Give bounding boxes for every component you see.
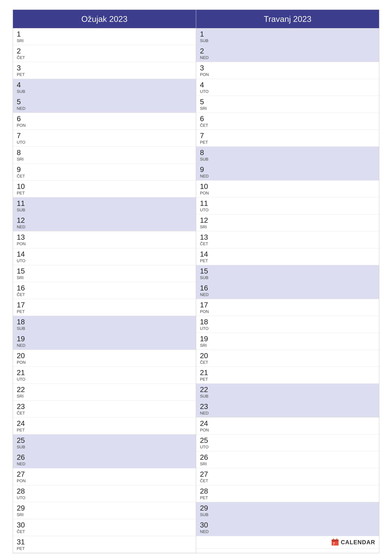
day-info: 16 ČET	[17, 284, 29, 297]
day-name: SRI	[200, 462, 213, 466]
day-info: 21 UTO	[17, 369, 29, 381]
day-name: SUB	[17, 326, 29, 330]
day-name: PET	[17, 428, 29, 432]
march-day-row-9: 9 ČET	[13, 164, 196, 181]
day-info: 4 UTO	[200, 81, 213, 94]
day-number: 7	[200, 132, 213, 139]
april-day-row-28: 28 PET	[196, 485, 379, 502]
day-number: 12	[17, 217, 29, 224]
day-number: 30	[200, 521, 213, 529]
day-name: ČET	[17, 56, 29, 60]
day-name: NED	[200, 174, 213, 178]
day-number: 30	[17, 521, 29, 529]
month-header-april: Travanj 2023	[196, 10, 379, 28]
march-day-row-22: 22 SRI	[13, 384, 196, 401]
day-name: SRI	[17, 394, 29, 398]
day-name: PON	[17, 123, 29, 127]
april-day-row-1: 1 SUB	[196, 28, 379, 45]
march-day-row-19: 19 NED	[13, 333, 196, 350]
day-info: 16 NED	[200, 284, 213, 297]
march-day-row-29: 29 SRI	[13, 502, 196, 519]
march-day-row-25: 25 SUB	[13, 434, 196, 451]
april-day-row-3: 3 PON	[196, 62, 379, 79]
march-day-row-13: 13 PON	[13, 231, 196, 248]
day-name: PET	[200, 140, 213, 144]
day-info: 5 NED	[17, 98, 29, 110]
day-info: 22 SRI	[17, 386, 29, 398]
day-name: PON	[200, 428, 213, 432]
day-info: 11 UTO	[200, 200, 213, 212]
day-number: 29	[200, 504, 213, 512]
calendar-container: Ožujak 2023 Travanj 2023 1 SRI 2 ČET 3 P…	[13, 9, 379, 553]
march-day-row-2: 2 ČET	[13, 45, 196, 62]
april-day-row-18: 18 UTO	[196, 316, 379, 333]
day-number: 26	[17, 453, 29, 461]
day-info: 9 NED	[200, 166, 213, 178]
day-number: 9	[17, 166, 29, 173]
march-day-row-4: 4 SUB	[13, 79, 196, 96]
day-name: SUB	[200, 276, 213, 280]
day-name: UTO	[17, 377, 29, 381]
day-info: 2 ČET	[17, 47, 29, 60]
day-number: 23	[200, 403, 213, 410]
april-day-row-14: 14 PET	[196, 248, 379, 265]
april-day-row-20: 20 ČET	[196, 350, 379, 367]
march-day-row-27: 27 PON	[13, 468, 196, 485]
day-info: 24 PET	[17, 420, 29, 432]
april-day-row-7: 7 PET	[196, 130, 379, 147]
day-info: 15 SRI	[17, 267, 29, 280]
day-number: 13	[200, 234, 213, 241]
day-name: PON	[200, 191, 213, 195]
day-info: 10 PET	[17, 183, 29, 195]
day-number: 28	[17, 488, 29, 495]
day-name: ČET	[200, 242, 213, 246]
day-name: NED	[17, 462, 29, 466]
march-day-row-12: 12 NED	[13, 214, 196, 231]
day-number: 20	[200, 352, 213, 359]
day-name: UTO	[200, 445, 213, 449]
day-number: 1	[200, 30, 213, 38]
day-name: PON	[17, 360, 29, 364]
march-day-row-28: 28 UTO	[13, 485, 196, 502]
day-info: 25 SUB	[17, 437, 29, 449]
day-name: SUB	[200, 513, 213, 517]
day-number: 7	[17, 132, 29, 139]
march-day-row-10: 10 PET	[13, 181, 196, 197]
day-info: 13 PON	[17, 234, 29, 246]
day-name: UTO	[17, 496, 29, 500]
day-number: 18	[200, 318, 213, 325]
march-column: 1 SRI 2 ČET 3 PET 4 SUB 5 NED	[13, 28, 196, 553]
day-name: UTO	[200, 326, 213, 330]
day-number: 24	[200, 420, 213, 427]
day-name: UTO	[17, 259, 29, 263]
day-number: 19	[17, 335, 29, 342]
march-day-row-5: 5 NED	[13, 96, 196, 113]
day-info: 24 PON	[200, 420, 213, 432]
day-number: 28	[200, 488, 213, 495]
march-day-row-23: 23 ČET	[13, 401, 196, 417]
day-number: 9	[200, 166, 213, 173]
day-info: 26 NED	[17, 453, 29, 466]
day-name: NED	[200, 530, 213, 534]
day-name: ČET	[17, 411, 29, 415]
day-name: SRI	[17, 39, 29, 43]
day-name: NED	[17, 343, 29, 347]
day-number: 20	[17, 352, 29, 359]
day-info: 27 PON	[17, 470, 29, 483]
calendar-grid: 1 SRI 2 ČET 3 PET 4 SUB 5 NED	[13, 28, 379, 553]
day-info: 29 SUB	[200, 504, 213, 517]
april-day-row-2: 2 NED	[196, 45, 379, 62]
day-info: 26 SRI	[200, 453, 213, 466]
april-day-row-25: 25 UTO	[196, 434, 379, 451]
day-info: 18 SUB	[17, 318, 29, 330]
day-name: PON	[17, 479, 29, 483]
day-name: SUB	[200, 39, 213, 43]
day-number: 13	[17, 234, 29, 241]
april-day-row-22: 22 SUB	[196, 384, 379, 401]
day-number: 5	[200, 98, 213, 105]
day-number: 22	[200, 386, 213, 393]
april-day-row-11: 11 UTO	[196, 197, 379, 214]
day-info: 19 NED	[17, 335, 29, 347]
day-name: PET	[17, 547, 29, 551]
march-day-row-11: 11 SUB	[13, 197, 196, 214]
